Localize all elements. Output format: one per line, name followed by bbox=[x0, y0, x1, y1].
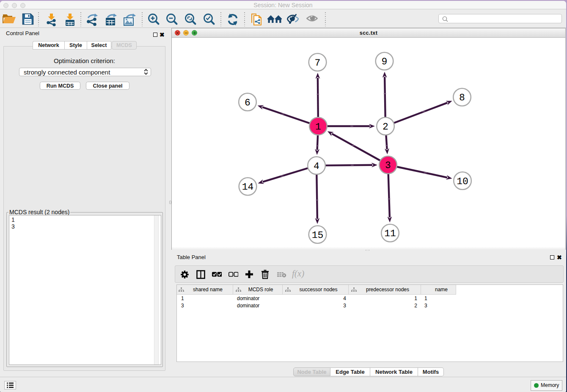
svg-text:4: 4 bbox=[314, 161, 319, 172]
svg-text:9: 9 bbox=[381, 56, 387, 67]
svg-text:6: 6 bbox=[245, 97, 250, 108]
svg-text:8: 8 bbox=[459, 92, 465, 103]
svg-text:15: 15 bbox=[311, 230, 323, 241]
svg-text:2: 2 bbox=[383, 121, 388, 133]
svg-text:10: 10 bbox=[457, 176, 468, 187]
svg-text:3: 3 bbox=[385, 160, 391, 171]
svg-text:14: 14 bbox=[242, 182, 253, 193]
svg-text:1: 1 bbox=[315, 121, 321, 133]
svg-text:11: 11 bbox=[384, 228, 396, 239]
svg-text:7: 7 bbox=[314, 58, 320, 69]
